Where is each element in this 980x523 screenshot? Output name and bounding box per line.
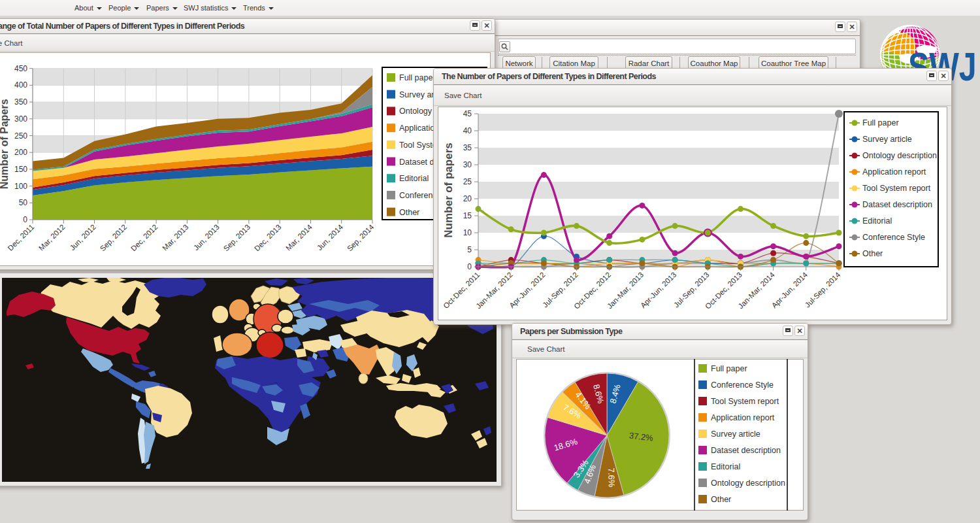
svg-text:Ontology description: Ontology description [711,479,785,488]
svg-text:Jun, 2013: Jun, 2013 [192,223,221,252]
svg-text:Other: Other [399,208,419,217]
svg-text:Tool System report: Tool System report [711,397,779,406]
svg-text:25: 25 [463,177,472,186]
svg-text:150: 150 [14,165,27,174]
svg-text:Mar, 2013: Mar, 2013 [161,223,190,252]
svg-text:Other: Other [711,495,731,504]
svg-text:5: 5 [467,245,472,254]
svg-text:Jun, 2014: Jun, 2014 [316,223,345,252]
svg-text:0: 0 [23,215,27,224]
svg-text:100: 100 [14,182,27,191]
svg-text:Number of papers: Number of papers [442,143,455,237]
svg-text:Editorial: Editorial [862,216,892,226]
svg-text:7.6%: 7.6% [606,467,617,488]
svg-text:30: 30 [463,160,472,169]
svg-text:Dataset description: Dataset description [862,200,932,209]
svg-text:Full paper: Full paper [711,364,747,373]
svg-text:Dec, 2013: Dec, 2013 [253,223,283,253]
svg-text:450: 450 [14,64,27,73]
svg-text:10: 10 [463,228,472,237]
svg-text:200: 200 [14,148,27,157]
svg-text:Dec, 2012: Dec, 2012 [129,223,159,253]
svg-text:Conference Style: Conference Style [711,380,774,390]
svg-text:Sep, 2013: Sep, 2013 [222,223,252,253]
svg-text:15: 15 [463,211,472,220]
svg-text:Jul-Sep, 2014: Jul-Sep, 2014 [804,271,842,309]
svg-text:Other: Other [862,249,883,258]
svg-text:20: 20 [463,194,472,203]
svg-text:Application report: Application report [711,413,775,422]
svg-text:50: 50 [19,198,28,207]
svg-text:Number of Papers: Number of Papers [0,99,10,189]
svg-text:0: 0 [467,262,472,271]
svg-text:Survey article: Survey article [711,430,760,439]
svg-text:300: 300 [14,114,27,124]
svg-text:Survey article: Survey article [862,135,912,144]
svg-text:Jun, 2012: Jun, 2012 [69,223,97,252]
svg-text:350: 350 [14,97,27,107]
svg-text:400: 400 [14,80,27,90]
svg-text:Sep, 2012: Sep, 2012 [99,223,129,253]
svg-text:250: 250 [14,131,27,141]
svg-text:Dataset description: Dataset description [711,446,781,455]
svg-text:Dec, 2011: Dec, 2011 [6,223,35,252]
svg-text:Full paper: Full paper [399,73,436,82]
svg-text:45: 45 [463,109,472,118]
svg-text:Mar, 2014: Mar, 2014 [284,223,314,252]
svg-text:Editorial: Editorial [711,462,740,471]
svg-text:Conference Style: Conference Style [862,233,925,242]
svg-text:Mar, 2012: Mar, 2012 [37,223,67,252]
svg-text:40: 40 [463,126,472,135]
svg-text:35: 35 [463,143,472,152]
svg-text:Editorial: Editorial [399,174,429,183]
svg-text:Tool System report: Tool System report [862,184,931,193]
svg-text:Ontology description: Ontology description [862,151,937,160]
svg-text:Sep, 2014: Sep, 2014 [346,223,376,253]
svg-text:Full paper: Full paper [862,118,899,127]
svg-text:Application report: Application report [862,167,926,177]
